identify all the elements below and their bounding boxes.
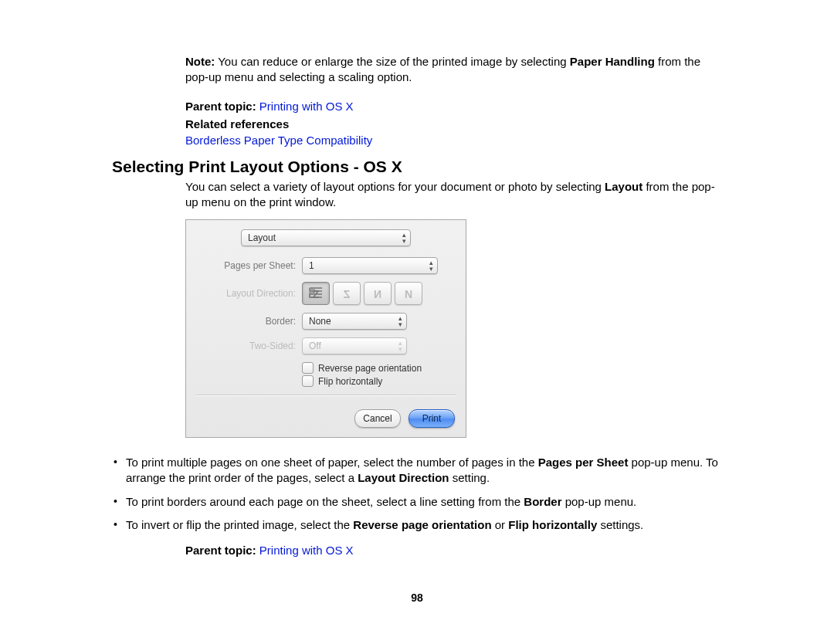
z-pattern-icon: Z — [308, 286, 324, 301]
updown-caret-icon: ▴▾ — [398, 315, 402, 327]
updown-caret-icon: ▴▾ — [402, 232, 405, 244]
parent-topic-label: Parent topic: — [185, 544, 256, 557]
updown-caret-icon: ▴▾ — [429, 259, 432, 272]
pages-per-sheet-label: Pages per Sheet: — [195, 260, 302, 271]
svg-text:Z: Z — [313, 288, 320, 300]
reverse-page-row[interactable]: Reverse page orientation — [302, 362, 456, 374]
section-title: Selecting Print Layout Options - OS X — [112, 158, 722, 176]
page: Note: You can reduce or enlarge the size… — [0, 0, 834, 644]
related-references-heading: Related references — [185, 117, 722, 130]
two-sided-label: Two-Sided: — [195, 341, 302, 351]
border-row: Border: None ▴▾ — [195, 313, 456, 330]
layout-direction-4[interactable]: N — [395, 282, 422, 305]
parent-topic-label: Parent topic: — [185, 100, 256, 113]
paper-handling-bold: Paper Handling — [570, 55, 655, 68]
layout-direction-3[interactable]: И — [364, 282, 392, 305]
bullet-2: To print borders around each page on the… — [112, 494, 722, 510]
checkbox-icon[interactable] — [302, 375, 314, 387]
svg-text:N: N — [405, 288, 412, 300]
note-paragraph: Note: You can reduce or enlarge the size… — [185, 54, 722, 86]
two-sided-popup: Off ▴▾ — [302, 337, 407, 354]
layout-direction-group: Z Z И N — [302, 282, 456, 305]
layout-menu-value: Layout — [248, 232, 276, 243]
print-button[interactable]: Print — [409, 409, 455, 428]
layout-menu-popup[interactable]: Layout ▴▾ — [241, 229, 411, 246]
two-sided-value: Off — [309, 341, 321, 351]
z-mirror-icon: Z — [339, 286, 354, 301]
layout-direction-row: Layout Direction: Z Z И N — [195, 282, 456, 305]
updown-caret-icon: ▴▾ — [398, 340, 402, 352]
border-value: None — [309, 316, 331, 327]
svg-text:Z: Z — [343, 288, 350, 300]
bullets-3: To invert or flip the printed image, sel… — [112, 517, 722, 533]
divider — [195, 395, 456, 395]
layout-direction-1[interactable]: Z — [302, 282, 330, 305]
print-layout-dialog: Layout ▴▾ Pages per Sheet: 1 ▴▾ Layout D… — [185, 219, 466, 438]
dialog-footer: Cancel Print — [186, 409, 466, 437]
border-popup[interactable]: None ▴▾ — [302, 313, 407, 330]
note-label: Note: — [185, 55, 215, 68]
border-label: Border: — [195, 316, 302, 327]
parent-topic-bottom: Parent topic: Printing with OS X — [185, 544, 722, 557]
pages-per-sheet-value: 1 — [309, 260, 314, 271]
two-sided-row: Two-Sided: Off ▴▾ — [195, 337, 456, 354]
parent-topic: Parent topic: Printing with OS X — [185, 100, 722, 113]
bullet-1: To print multiple pages on one sheet of … — [112, 455, 722, 486]
cancel-button[interactable]: Cancel — [354, 409, 401, 428]
parent-topic-link[interactable]: Printing with OS X — [259, 100, 354, 113]
pages-per-sheet-popup[interactable]: 1 ▴▾ — [302, 257, 438, 274]
related-reference-link[interactable]: Borderless Paper Type Compatibility — [185, 134, 722, 147]
n-pattern-icon: И — [370, 286, 385, 301]
page-number: 98 — [0, 591, 834, 604]
layout-bold: Layout — [605, 180, 642, 193]
n-mirror-icon: N — [401, 286, 416, 301]
reverse-page-label: Reverse page orientation — [318, 363, 422, 374]
layout-direction-label: Layout Direction: — [195, 288, 302, 299]
bullet-list: To print multiple pages on one sheet of … — [112, 455, 722, 533]
flip-horizontally-row[interactable]: Flip horizontally — [302, 375, 456, 387]
parent-topic-link[interactable]: Printing with OS X — [259, 544, 354, 557]
section-intro: You can select a variety of layout optio… — [185, 179, 722, 211]
pages-per-sheet-row: Pages per Sheet: 1 ▴▾ — [195, 257, 456, 274]
checkbox-icon[interactable] — [302, 362, 314, 374]
layout-direction-2[interactable]: Z — [333, 282, 361, 305]
svg-text:И: И — [374, 288, 381, 300]
flip-horizontally-label: Flip horizontally — [318, 376, 382, 387]
